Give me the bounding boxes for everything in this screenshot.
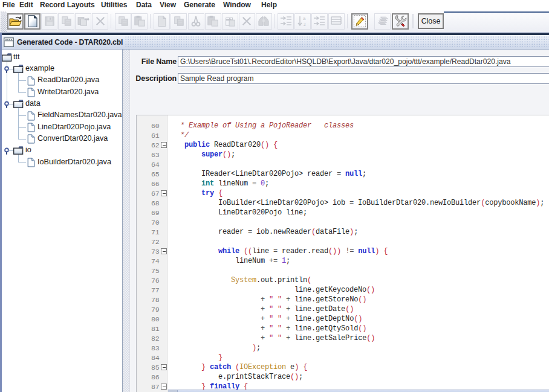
svg-text:z: z (304, 22, 306, 27)
svg-text:a: a (303, 16, 306, 21)
